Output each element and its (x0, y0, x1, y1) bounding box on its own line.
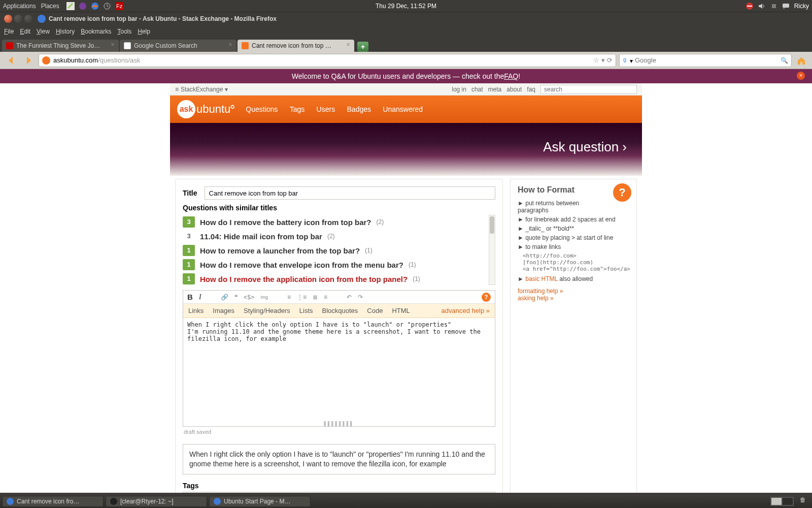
basic-html-link[interactable]: basic HTML (525, 275, 558, 282)
faq-link[interactable]: FAQ (504, 72, 518, 80)
panel-user-label[interactable]: Ricky (794, 3, 809, 10)
firefox-launcher-icon[interactable] (90, 2, 99, 11)
window-close-button[interactable] (4, 15, 12, 23)
menu-tools[interactable]: Tools (117, 28, 131, 35)
similar-title[interactable]: How to remove a launcher from the top ba… (200, 246, 360, 255)
search-input[interactable] (635, 56, 781, 64)
nav-tags[interactable]: Tags (290, 105, 305, 113)
pidgin-icon[interactable] (78, 2, 87, 11)
se-label[interactable]: StackExchange (181, 86, 223, 93)
chat-tray-icon[interactable] (782, 2, 791, 11)
help-links[interactable]: Links (188, 307, 204, 314)
se-link-faq[interactable]: faq (527, 86, 535, 93)
nav-users[interactable]: Users (317, 105, 335, 113)
heading-button[interactable]: ≣ (313, 294, 318, 301)
tab-close-icon[interactable]: × (110, 42, 116, 48)
rule-button[interactable]: ≡ (324, 294, 327, 301)
help-lists[interactable]: Lists (299, 307, 313, 314)
tab-youtube[interactable]: The Funniest Thing Steve Jo… × (2, 40, 119, 52)
tab-google[interactable]: Google Custom Search × (120, 40, 236, 52)
chevron-down-icon[interactable]: ▾ (225, 86, 228, 93)
resize-grip[interactable]: ▌▌▌▌▌▌▌▌ (183, 421, 495, 426)
asking-help-link[interactable]: asking help » (518, 295, 554, 302)
se-link-about[interactable]: about (506, 86, 522, 93)
trash-icon[interactable]: 🗑 (800, 496, 810, 506)
window-minimize-button[interactable] (14, 15, 22, 23)
back-button[interactable] (4, 53, 18, 68)
image-button[interactable]: img (261, 295, 268, 300)
panel-clock[interactable]: Thu 29 Dec, 11:52 PM (376, 3, 436, 10)
filezilla-icon[interactable]: Fz (115, 2, 124, 11)
help-code[interactable]: Code (367, 307, 383, 314)
new-tab-button[interactable]: + (357, 42, 368, 52)
window-maximize-button[interactable] (24, 15, 32, 23)
tags-input[interactable]: 11.10✕ gnome✕ ubuntu✕ icon✕ bar✕ (183, 492, 495, 493)
similar-title[interactable]: How do I remove the application icon fro… (200, 275, 408, 283)
similar-row[interactable]: 3 11.04: Hide mail icon from top bar (2) (183, 229, 495, 243)
tab-close-icon[interactable]: × (227, 42, 233, 48)
help-styling[interactable]: Styling/Headers (244, 307, 290, 314)
title-input[interactable] (205, 186, 495, 200)
no-entry-icon[interactable] (745, 2, 754, 11)
menu-file[interactable]: File (4, 28, 14, 35)
code-button[interactable]: <$> (244, 294, 255, 301)
similar-scrollbar[interactable] (489, 215, 495, 285)
similar-row[interactable]: 1 How do I remove the application icon f… (183, 272, 495, 285)
panel-menu-places[interactable]: Places (41, 3, 59, 10)
similar-title[interactable]: How do I remove the battery icon from to… (200, 218, 371, 227)
menu-history[interactable]: History (56, 28, 75, 35)
advanced-help-link[interactable]: advanced help » (442, 307, 490, 314)
similar-row[interactable]: 3 How do I remove the battery icon from … (183, 215, 495, 229)
tab-askubuntu[interactable]: Cant remove icon from top … × (238, 40, 354, 52)
taskbar-item[interactable]: Ubuntu Start Page - M… (209, 496, 311, 507)
se-link-meta[interactable]: meta (488, 86, 502, 93)
menu-help[interactable]: Help (138, 28, 150, 35)
search-go-icon[interactable]: 🔍 (781, 57, 788, 64)
workspace-switcher[interactable] (770, 497, 794, 506)
scrollbar-thumb[interactable] (490, 216, 494, 234)
panel-menu-applications[interactable]: Applications (3, 3, 36, 10)
similar-row[interactable]: 1 How do I remove that envelope icon fro… (183, 258, 495, 272)
formatting-help-link[interactable]: formatting help » (518, 288, 563, 295)
nav-questions[interactable]: Questions (246, 105, 278, 113)
forward-button[interactable] (21, 53, 36, 68)
similar-title[interactable]: How do I remove that envelope icon from … (200, 261, 403, 269)
similar-title[interactable]: 11.04: Hide mail icon from top bar (200, 232, 322, 241)
italic-button[interactable]: I (199, 293, 201, 301)
se-link-login[interactable]: log in (452, 86, 466, 93)
se-menu-icon[interactable]: ≡ (175, 86, 179, 93)
help-quotes[interactable]: Blockquotes (322, 307, 358, 314)
ulist-button[interactable]: ⋮≡ (297, 294, 307, 301)
similar-row[interactable]: 1 How to remove a launcher from the top … (183, 243, 495, 258)
dropdown-icon[interactable]: ▾ (601, 56, 605, 64)
volume-icon[interactable] (757, 2, 766, 11)
gedit-icon[interactable] (66, 2, 75, 11)
network-icon[interactable] (769, 2, 779, 11)
menu-bookmarks[interactable]: Bookmarks (81, 28, 111, 35)
help-html[interactable]: HTML (392, 307, 410, 314)
site-identity-icon[interactable] (42, 56, 50, 65)
banner-close-icon[interactable]: × (797, 72, 805, 80)
quote-button[interactable]: ❝ (234, 294, 238, 301)
link-button[interactable]: 🔗 (221, 294, 228, 301)
taskbar-item[interactable]: Cant remove icon fro… (2, 496, 104, 507)
nav-unanswered[interactable]: Unanswered (383, 105, 423, 113)
search-bar[interactable]: g▾ 🔍 (619, 54, 792, 67)
clock-icon[interactable] (103, 2, 112, 11)
redo-button[interactable]: ↷ (358, 294, 363, 301)
taskbar-item[interactable]: [clear@Rtyer-12: ~] (106, 496, 207, 507)
askubuntu-logo[interactable]: ask ubuntu✪ (177, 100, 234, 118)
google-search-icon[interactable]: g▾ (623, 56, 633, 65)
menu-view[interactable]: View (37, 28, 50, 35)
help-images[interactable]: Images (213, 307, 234, 314)
nav-badges[interactable]: Badges (347, 105, 371, 113)
reload-icon[interactable]: ⟳ (607, 56, 613, 64)
editor-help-icon[interactable]: ? (482, 293, 491, 302)
olist-button[interactable]: ≡ (287, 294, 291, 301)
undo-button[interactable]: ↶ (347, 294, 352, 301)
body-textarea[interactable] (183, 318, 495, 420)
se-search-input[interactable] (540, 85, 637, 94)
se-link-chat[interactable]: chat (471, 86, 483, 93)
home-button[interactable] (795, 54, 808, 67)
star-icon[interactable]: ☆ (593, 56, 599, 64)
